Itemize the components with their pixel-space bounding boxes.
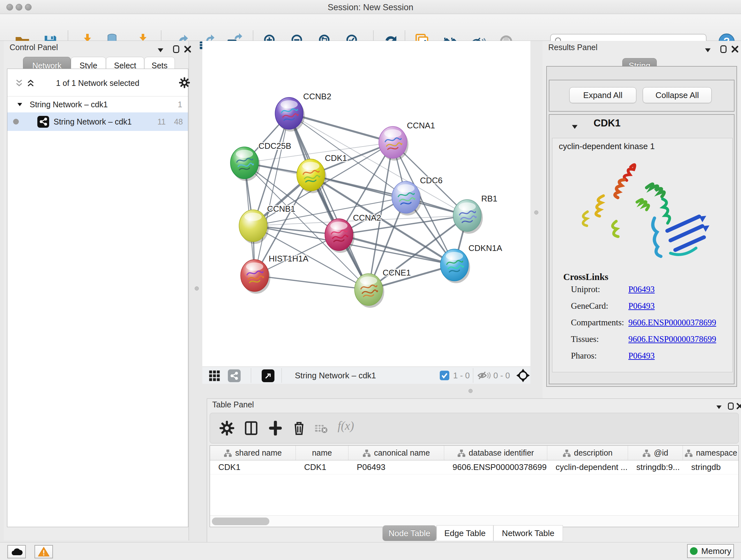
crosslink-link[interactable]: P06493: [628, 301, 655, 311]
warning-button[interactable]: [35, 545, 53, 558]
function-builder-icon[interactable]: f(x): [338, 419, 354, 433]
tab-network-table[interactable]: Network Table: [493, 525, 563, 541]
hidden-count: 0 - 0: [493, 371, 510, 381]
close-panel-icon[interactable]: [736, 402, 741, 410]
bottom-splitter-handle[interactable]: [468, 389, 473, 393]
left-splitter-handle[interactable]: [195, 287, 199, 291]
float-panel-icon[interactable]: [156, 46, 165, 54]
table-cell[interactable]: cyclin-dependent ...: [547, 460, 628, 474]
crosslink-link[interactable]: P06493: [628, 351, 655, 361]
tab-edge-table[interactable]: Edge Table: [436, 525, 493, 541]
expand-all-button[interactable]: Expand All: [569, 87, 636, 103]
table-cell[interactable]: CDK1: [296, 460, 348, 474]
column-header--id[interactable]: @id: [628, 446, 683, 460]
column-header-shared-name[interactable]: shared name: [210, 446, 296, 460]
cloud-icon: [10, 547, 23, 557]
scrollbar-thumb[interactable]: [212, 517, 269, 525]
node-label: CCNA2: [353, 213, 381, 223]
network-node-cdkn1a[interactable]: CDKN1A: [441, 243, 502, 283]
node-label: CDKN1A: [468, 243, 502, 253]
column-header-database-identifier[interactable]: database identifier: [444, 446, 547, 460]
gene-name: CDK1: [594, 118, 620, 129]
control-panel: Control Panel Network Style Select Sets …: [4, 41, 189, 541]
crosslink-label: Tissues:: [571, 334, 599, 344]
show-columns-icon[interactable]: [244, 421, 259, 435]
crosslinks-title: CrossLinks: [563, 272, 608, 282]
network-row-selected[interactable]: String Network – cdk1 11 48: [7, 112, 188, 131]
float-panel-icon[interactable]: [704, 46, 712, 54]
crosslink-link[interactable]: P06493: [628, 285, 655, 294]
gene-detail-box: cyclin-dependent kinase 1: [552, 138, 733, 372]
table-settings-gear-icon[interactable]: [219, 421, 234, 435]
cloud-button[interactable]: [7, 545, 26, 558]
network-node-ccna1[interactable]: CCNA1: [379, 121, 435, 161]
column-header-namespace[interactable]: namespace: [683, 446, 739, 460]
table-cell[interactable]: 9606.ENSP00000378699: [444, 460, 547, 474]
table-cell[interactable]: CDK1: [210, 460, 296, 474]
node-label: CCNE1: [383, 268, 411, 277]
shared-column-icon: [643, 449, 651, 457]
right-splitter-handle[interactable]: [534, 210, 538, 214]
window-title: Session: New Session: [0, 3, 741, 12]
delete-column-trash-icon[interactable]: [292, 421, 307, 435]
memory-button[interactable]: Memory: [687, 544, 734, 558]
network-edge[interactable]: [289, 113, 393, 142]
collection-expand-icon[interactable]: [16, 101, 23, 108]
crosslink-link[interactable]: 9606.ENSP00000378699: [628, 334, 716, 344]
network-edge[interactable]: [311, 175, 467, 215]
maximize-panel-icon[interactable]: [727, 402, 735, 410]
crosshair-icon[interactable]: [516, 368, 530, 384]
close-panel-icon[interactable]: [731, 45, 739, 54]
open-in-new-window-icon[interactable]: [262, 369, 274, 382]
shared-column-icon: [684, 449, 693, 457]
node-label: CDK1: [325, 153, 347, 163]
network-node-rb1[interactable]: RB1: [453, 194, 497, 234]
node-table[interactable]: shared namenamecanonical namedatabase id…: [210, 445, 739, 527]
network-row-label: String Network – cdk1: [54, 117, 132, 126]
birds-eye-grid-icon[interactable]: [208, 369, 221, 382]
network-edge[interactable]: [255, 113, 289, 275]
results-panel-title: Results Panel: [548, 43, 597, 52]
column-header-name[interactable]: name: [296, 446, 348, 460]
tab-node-table[interactable]: Node Table: [382, 525, 436, 541]
selected-checkbox-icon[interactable]: [440, 371, 449, 380]
network-node-count: 11: [157, 117, 165, 126]
network-edge[interactable]: [255, 275, 368, 290]
string-network-icon: [37, 116, 49, 128]
table-row[interactable]: CDK1CDK1P064939606.ENSP00000378699cyclin…: [210, 460, 738, 475]
network-node-ccnb2[interactable]: CCNB2: [275, 91, 331, 132]
network-view-canvas[interactable]: CCNB2CCNA1CDC25BCDK1CDC6RB1CCNB1CCNA2CDK…: [202, 41, 530, 367]
create-column-icon[interactable]: [268, 421, 283, 435]
network-node-hist1h1a[interactable]: HIST1H1A: [241, 254, 309, 294]
network-edge-count: 48: [174, 117, 183, 126]
collapse-all-button[interactable]: Collapse All: [643, 87, 712, 103]
network-node-cdc6[interactable]: CDC6: [392, 176, 443, 215]
crosslink-label: Uniprot:: [571, 285, 600, 294]
table-cell[interactable]: stringdb: [683, 460, 739, 474]
gear-icon[interactable]: [179, 77, 190, 88]
hidden-eye-slash-icon: [477, 371, 491, 380]
network-collection-row[interactable]: String Network – cdk1 1: [7, 97, 188, 112]
crosslink-link[interactable]: 9606.ENSP00000378699: [628, 318, 716, 327]
column-header-canonical-name[interactable]: canonical name: [348, 446, 444, 460]
maximize-panel-icon[interactable]: [172, 45, 181, 54]
collapse-gene-icon[interactable]: [570, 123, 579, 131]
table-cell[interactable]: P06493: [348, 460, 444, 474]
memory-label: Memory: [701, 546, 731, 556]
network-overview-share-icon[interactable]: [228, 369, 241, 382]
crosslink-row: Tissues:9606.ENSP00000378699: [552, 334, 733, 351]
network-node-ccne1[interactable]: CCNE1: [354, 268, 411, 308]
shared-column-icon: [457, 449, 466, 457]
float-panel-icon[interactable]: [715, 403, 723, 411]
column-header-description[interactable]: description: [547, 446, 628, 460]
network-edge[interactable]: [339, 235, 455, 265]
close-panel-icon[interactable]: [183, 45, 192, 54]
node-label: CCNB2: [303, 91, 331, 101]
maximize-panel-icon[interactable]: [719, 45, 728, 54]
expand-collapse-box: Expand All Collapse All: [549, 80, 735, 112]
table-cell[interactable]: stringdb:9...: [628, 460, 683, 474]
main-toolbar: ?: [0, 14, 741, 41]
delete-table-icon[interactable]: [315, 424, 327, 434]
crosslinks-list: Uniprot:P06493GeneCard:P06493Compartment…: [552, 285, 733, 368]
network-list-header: 1 of 1 Network selected: [7, 69, 188, 97]
